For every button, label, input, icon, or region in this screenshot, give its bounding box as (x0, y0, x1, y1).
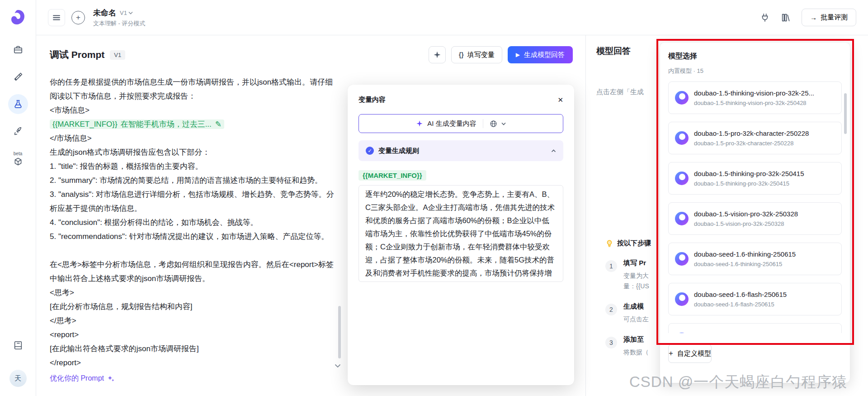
sidebar-item-docs[interactable] (8, 335, 28, 355)
arrow-right-icon: → (810, 14, 817, 21)
step-number: 2 (605, 304, 617, 315)
topbar-actions: → 批量评测 (760, 9, 856, 26)
step-title: 添加至 (623, 335, 649, 344)
chevron-down-icon[interactable] (501, 122, 506, 125)
step-title: 填写 Pr (623, 259, 649, 267)
hamburger-icon (52, 14, 61, 22)
avatar-text: 天 (14, 374, 21, 383)
step-desc-line: 可点击左 (623, 314, 649, 324)
sidebar-item-tools[interactable] (8, 67, 28, 87)
close-icon[interactable]: ✕ (557, 96, 563, 104)
variable-name: {{MARKET_INFO}} (52, 120, 118, 129)
variable-preview: 在智能手机市场，过去三... (121, 120, 212, 129)
doubao-model-icon (675, 91, 689, 105)
ai-generate-variable-button[interactable]: AI 生成变量内容 (359, 114, 563, 133)
step-desc-line: 量：{{US (623, 281, 649, 291)
doubao-model-icon (675, 333, 689, 333)
answer-panel-title: 模型回答 (596, 45, 631, 57)
book-icon (13, 340, 23, 350)
debug-header: 调试 Prompt V1 {} 填写变量 ▶ 生成模型回答 (50, 46, 573, 63)
variable-content-modal: 变量内容 ✕ AI 生成变量内容 ✓ 变量生成规则 {{MARKET_INFO}… (348, 85, 574, 385)
step-desc-line: 将数据（ (623, 347, 649, 358)
variable-chip[interactable]: {{MARKET_INFO}}在智能手机市场，过去三...✎ (50, 119, 224, 129)
model-select-title: 模型选择 (668, 52, 842, 61)
beta-label: beta (14, 151, 22, 156)
model-option-partial[interactable] (668, 323, 842, 333)
sparkle-icon (433, 51, 441, 59)
play-icon: ▶ (516, 52, 520, 58)
sidebar-item-workspace[interactable] (8, 40, 28, 60)
steps-tip: 按以下步骤 (605, 239, 651, 248)
braces-icon: {} (459, 51, 464, 58)
prompt-text-before: 你的任务是根据提供的市场信息生成一份市场调研报告，并以json格式输出。请仔细阅… (50, 78, 333, 115)
modal-variable-tag: {{MARKET_INFO}} (359, 170, 426, 181)
steps-tip-text: 按以下步骤 (617, 239, 651, 248)
sparkle-icon (416, 120, 423, 127)
debug-panel-title: 调试 Prompt (50, 48, 104, 61)
new-document-button[interactable]: + (71, 11, 85, 24)
library-icon[interactable] (781, 13, 791, 23)
model-select-dropdown: 模型选择 内置模型 · 15 doubao-1.5-thinking-visio… (660, 43, 850, 383)
doubao-model-icon (675, 131, 689, 145)
step-number: 3 (605, 337, 617, 348)
chevron-down-icon (128, 11, 133, 14)
model-option[interactable]: doubao-1.5-vision-pro-32k-250328doubao-1… (668, 202, 842, 235)
doubao-model-icon (675, 252, 689, 266)
magic-sparkle-icon (107, 375, 115, 382)
generate-answer-button[interactable]: ▶ 生成模型回答 (508, 46, 573, 63)
editor-scrollbar[interactable] (338, 306, 341, 358)
divider (483, 119, 483, 128)
model-list-scrollbar[interactable] (844, 93, 847, 134)
doubao-model-icon (675, 172, 689, 185)
flask-icon (13, 99, 23, 109)
avatar[interactable]: 天 (9, 370, 27, 387)
builtin-models-label: 内置模型 · 15 (668, 67, 842, 75)
plus-icon: + (76, 13, 80, 22)
prompt-text-after: </市场信息> 生成的json格式市场调研报告应包含以下部分： 1. "titl… (50, 134, 334, 367)
document-info: 未命名 V1 文本理解 - 评分模式 (93, 8, 146, 28)
sidebar: beta 天 (0, 0, 36, 396)
lightbulb-icon (605, 239, 613, 248)
sidebar-item-lab-active[interactable] (8, 94, 28, 114)
plus-icon: + (669, 349, 673, 358)
version-badge: V1 (110, 50, 125, 60)
batch-eval-button[interactable]: → 批量评测 (802, 9, 856, 26)
sidebar-item-launch[interactable] (8, 121, 28, 141)
model-option[interactable]: doubao-1.5-thinking-vision-pro-32k-25...… (668, 81, 842, 114)
document-subtitle: 文本理解 - 评分模式 (93, 19, 146, 28)
briefcase-icon (13, 45, 23, 55)
doubao-model-icon (675, 212, 689, 225)
document-title: 未命名 (93, 8, 116, 18)
sidebar-item-beta[interactable]: beta (8, 148, 28, 168)
check-circle-icon: ✓ (366, 147, 374, 155)
wrench-icon (13, 72, 23, 82)
answer-hint: 点击左侧「生成 (596, 88, 644, 96)
plug-icon[interactable] (760, 13, 770, 23)
top-bar: + 未命名 V1 文本理解 - 评分模式 → 批量评测 (36, 0, 868, 35)
modal-title: 变量内容 (359, 95, 386, 104)
variable-rules-section[interactable]: ✓ 变量生成规则 (359, 140, 563, 161)
cube-icon (14, 157, 23, 166)
app-logo-icon[interactable] (9, 8, 27, 26)
step-title: 生成模 (623, 302, 649, 311)
custom-model-button[interactable]: + 自定义模型 (668, 344, 712, 363)
globe-icon[interactable] (490, 120, 497, 128)
optimize-prompt-link[interactable]: 优化你的 Prompt (50, 374, 115, 383)
ai-optimize-button[interactable] (429, 46, 446, 63)
step-desc-line: 变量为大 (623, 271, 649, 281)
fill-variables-button[interactable]: {} 填写变量 (451, 46, 502, 63)
menu-button[interactable] (48, 9, 65, 26)
prompt-editor[interactable]: 你的任务是根据提供的市场信息生成一份市场调研报告，并以json格式输出。请仔细阅… (50, 75, 336, 369)
chevron-up-icon[interactable] (551, 149, 556, 153)
doubao-model-icon (675, 292, 689, 306)
model-option[interactable]: doubao-1.5-pro-32k-character-250228douba… (668, 122, 842, 154)
model-option[interactable]: doubao-seed-1.6-thinking-250615doubao-se… (668, 243, 842, 275)
document-version-dropdown[interactable]: V1 (120, 10, 133, 16)
model-option[interactable]: doubao-1.5-thinking-pro-32k-250415doubao… (668, 162, 842, 195)
scroll-down-icon[interactable] (335, 364, 341, 368)
variable-value-textarea[interactable]: 逐年约20%的稳定增长态势。竞争态势上，主要有A、B、C三家头部企业。A企业主打… (359, 185, 563, 282)
step-number: 1 (605, 260, 617, 272)
edit-icon[interactable]: ✎ (215, 120, 222, 129)
model-option[interactable]: doubao-seed-1.6-flash-250615doubao-seed-… (668, 283, 842, 315)
rocket-icon (13, 126, 23, 136)
